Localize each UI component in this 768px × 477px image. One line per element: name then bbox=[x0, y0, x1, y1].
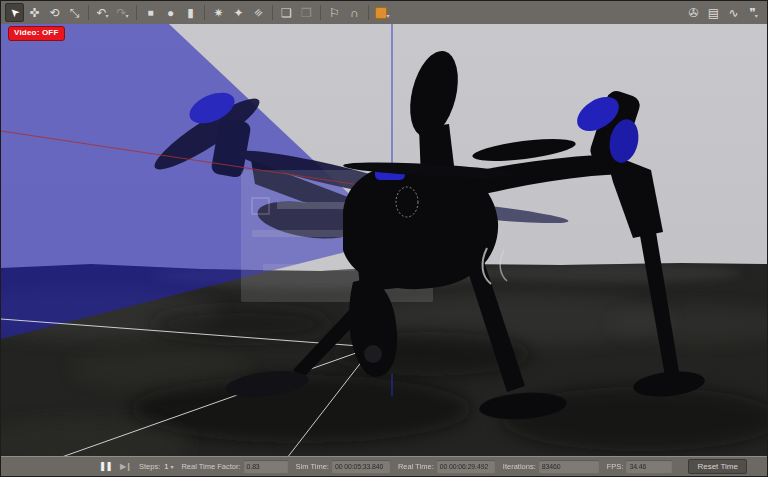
iterations-label: Iterations: bbox=[503, 462, 536, 471]
rotate-tool-button[interactable]: ⟲ bbox=[45, 3, 64, 22]
plot-tool-button[interactable]: ∿ bbox=[724, 3, 743, 22]
toolbar-separator bbox=[368, 5, 369, 20]
toolbar-separator bbox=[320, 5, 321, 20]
chevron-down-icon: ▾ bbox=[126, 13, 129, 21]
iterations-field: 83460 bbox=[539, 460, 599, 473]
fps-field: 34.46 bbox=[626, 460, 672, 473]
spot-light-icon: ✦ bbox=[233, 7, 243, 19]
sim-time-label: Sim Time: bbox=[296, 462, 329, 471]
screenshot-button[interactable]: ✇ bbox=[684, 3, 703, 22]
sim-time-field: 00 00:05:33.840 bbox=[332, 460, 390, 473]
data-logger-button[interactable]: ▤ bbox=[704, 3, 723, 22]
directional-light-icon: ≡ bbox=[252, 6, 265, 19]
select-cursor-icon: ➤ bbox=[7, 5, 21, 19]
scale-icon: ⤡ bbox=[70, 7, 80, 19]
insert-box-button[interactable]: ■ bbox=[141, 3, 160, 22]
video-status-badge: Video: OFF bbox=[8, 26, 65, 41]
real-time-factor-label: Real Time Factor: bbox=[181, 462, 240, 471]
gazebo-window: ➤ ✜ ⟲ ⤡ ↶▾ ↷▾ ■ ● ▮ ✷ ✦ ≡ ❏ ❐ ⚐ ∩ ▾ ✇ ▤ … bbox=[0, 0, 768, 477]
topic-echo-button[interactable]: ❞▾ bbox=[744, 3, 763, 22]
chevron-down-icon: ▾ bbox=[106, 13, 109, 21]
joint-arc-icon: ∩ bbox=[350, 7, 359, 19]
paste-icon: ❐ bbox=[301, 7, 312, 19]
steps-label: Steps: bbox=[139, 462, 160, 471]
cylinder-shape-icon: ▮ bbox=[187, 7, 194, 19]
select-tool-button[interactable]: ➤ bbox=[5, 3, 24, 22]
real-time-factor-field: 0.83 bbox=[244, 460, 288, 473]
toolbar-separator bbox=[136, 5, 137, 20]
3d-scene-render bbox=[1, 24, 767, 456]
toolbar-separator bbox=[272, 5, 273, 20]
point-light-icon: ✷ bbox=[213, 7, 223, 19]
create-joint-button[interactable]: ∩ bbox=[345, 3, 364, 22]
toolbar-separator bbox=[204, 5, 205, 20]
step-button[interactable]: ▶❙ bbox=[120, 463, 131, 471]
steps-spinner[interactable]: 1 ▾ bbox=[164, 462, 173, 471]
translate-icon: ✜ bbox=[29, 7, 39, 19]
copy-button[interactable]: ❏ bbox=[277, 3, 296, 22]
point-light-button[interactable]: ✷ bbox=[209, 3, 228, 22]
directional-light-button[interactable]: ≡ bbox=[249, 3, 268, 22]
steps-value: 1 bbox=[164, 462, 168, 471]
sphere-shape-icon: ● bbox=[167, 7, 174, 19]
insert-model-button[interactable]: ▾ bbox=[373, 3, 392, 22]
scale-tool-button[interactable]: ⤡ bbox=[65, 3, 84, 22]
chevron-down-icon: ▾ bbox=[386, 13, 389, 21]
real-time-field: 00 00:06:29.492 bbox=[437, 460, 495, 473]
pause-button[interactable]: ❚❚ bbox=[99, 462, 112, 471]
step-icon: ▶❙ bbox=[120, 462, 131, 471]
pause-icon: ❚❚ bbox=[99, 461, 112, 471]
copy-icon: ❏ bbox=[281, 7, 292, 19]
camera-icon: ✇ bbox=[688, 7, 698, 19]
translate-tool-button[interactable]: ✜ bbox=[25, 3, 44, 22]
snap-button[interactable]: ⚐ bbox=[325, 3, 344, 22]
undo-button[interactable]: ↶▾ bbox=[93, 3, 112, 22]
toolbar-separator bbox=[88, 5, 89, 20]
record-log-icon: ▤ bbox=[708, 7, 719, 19]
redo-button[interactable]: ↷▾ bbox=[113, 3, 132, 22]
real-time-label: Real Time: bbox=[398, 462, 434, 471]
snap-flag-icon: ⚐ bbox=[329, 7, 340, 19]
scene-viewport[interactable]: Video: OFF bbox=[1, 24, 767, 456]
insert-cylinder-button[interactable]: ▮ bbox=[181, 3, 200, 22]
paste-button[interactable]: ❐ bbox=[297, 3, 316, 22]
main-toolbar: ➤ ✜ ⟲ ⤡ ↶▾ ↷▾ ■ ● ▮ ✷ ✦ ≡ ❏ ❐ ⚐ ∩ ▾ ✇ ▤ … bbox=[1, 1, 767, 25]
fps-label: FPS: bbox=[607, 462, 624, 471]
chevron-down-icon: ▾ bbox=[170, 463, 173, 470]
plot-wave-icon: ∿ bbox=[728, 7, 738, 19]
box-shape-icon: ■ bbox=[147, 8, 153, 18]
reset-time-button[interactable]: Reset Time bbox=[688, 459, 746, 474]
chevron-down-icon: ▾ bbox=[755, 13, 758, 21]
simulation-statusbar: ❚❚ ▶❙ Steps: 1 ▾ Real Time Factor: 0.83 … bbox=[1, 456, 767, 476]
spot-light-button[interactable]: ✦ bbox=[229, 3, 248, 22]
insert-sphere-button[interactable]: ● bbox=[161, 3, 180, 22]
rotate-icon: ⟲ bbox=[49, 7, 59, 19]
